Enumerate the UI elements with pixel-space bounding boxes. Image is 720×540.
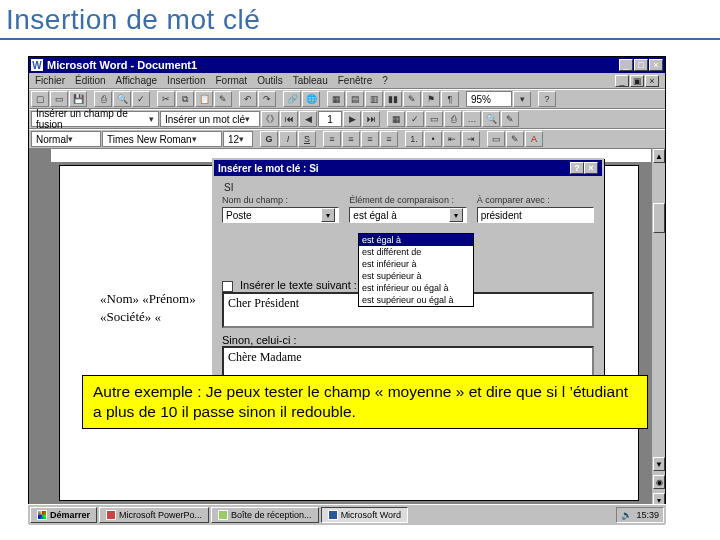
insert-table-icon[interactable]: ▤: [346, 91, 364, 107]
fontsize-combo[interactable]: 12▾: [223, 131, 253, 147]
menu-table[interactable]: Tableau: [293, 75, 328, 86]
insert-merge-field-button[interactable]: Insérer un champ de fusion▾: [31, 111, 159, 127]
find-record-icon[interactable]: 🔍: [482, 111, 500, 127]
record-number[interactable]: 1: [318, 111, 342, 127]
mailmerge-helper-icon[interactable]: ▦: [387, 111, 405, 127]
zoom-dropdown-icon[interactable]: ▾: [513, 91, 531, 107]
minimize-button[interactable]: _: [619, 59, 633, 71]
print-preview-icon[interactable]: 🔍: [113, 91, 131, 107]
cut-icon[interactable]: ✂: [157, 91, 175, 107]
highlight-icon[interactable]: ✎: [506, 131, 524, 147]
menu-file[interactable]: Fichier: [35, 75, 65, 86]
tables-icon[interactable]: ▦: [327, 91, 345, 107]
redo-icon[interactable]: ↷: [258, 91, 276, 107]
dropdown-option[interactable]: est inférieur ou égal à: [359, 282, 473, 294]
drawing-icon[interactable]: ✎: [403, 91, 421, 107]
borders-icon[interactable]: ▭: [487, 131, 505, 147]
task-powerpoint[interactable]: Microsoft PowerPo...: [99, 507, 209, 523]
merge-to-printer-icon[interactable]: ⎙: [444, 111, 462, 127]
menu-view[interactable]: Affichage: [116, 75, 158, 86]
columns-icon[interactable]: ▮▮: [384, 91, 402, 107]
next-record-icon[interactable]: ▶: [343, 111, 361, 127]
hyperlink-icon[interactable]: 🔗: [283, 91, 301, 107]
dropdown-option[interactable]: est supérieur ou égal à: [359, 294, 473, 306]
mailmerge-dialog-icon[interactable]: …: [463, 111, 481, 127]
undo-icon[interactable]: ↶: [239, 91, 257, 107]
paste-icon[interactable]: 📋: [195, 91, 213, 107]
last-record-icon[interactable]: ⏭: [362, 111, 380, 127]
format-painter-icon[interactable]: ✎: [214, 91, 232, 107]
web-toolbar-icon[interactable]: 🌐: [302, 91, 320, 107]
menu-tools[interactable]: Outils: [257, 75, 283, 86]
view-merged-icon[interactable]: 《》: [261, 111, 279, 127]
numbering-icon[interactable]: 1.: [405, 131, 423, 147]
doc-close-button[interactable]: ×: [645, 75, 659, 87]
doc-minimize-button[interactable]: _: [615, 75, 629, 87]
save-icon[interactable]: 💾: [69, 91, 87, 107]
check-errors-icon[interactable]: ✓: [406, 111, 424, 127]
copy-icon[interactable]: ⧉: [176, 91, 194, 107]
excel-icon[interactable]: ▥: [365, 91, 383, 107]
increase-indent-icon[interactable]: ⇥: [462, 131, 480, 147]
menu-format[interactable]: Format: [215, 75, 247, 86]
maximize-button[interactable]: □: [634, 59, 648, 71]
align-right-icon[interactable]: ≡: [361, 131, 379, 147]
scroll-up-icon[interactable]: ▲: [653, 149, 665, 163]
dialog-close-button[interactable]: ×: [584, 162, 598, 174]
chevron-down-icon[interactable]: ▾: [321, 208, 335, 222]
page-up-icon[interactable]: ◉: [653, 475, 665, 489]
font-color-icon[interactable]: A: [525, 131, 543, 147]
doc-restore-button[interactable]: ▣: [630, 75, 644, 87]
system-tray[interactable]: 🔊 15:39: [616, 507, 664, 523]
start-button[interactable]: Démarrer: [30, 507, 97, 523]
compare-to-input[interactable]: président: [477, 207, 594, 223]
open-icon[interactable]: ▭: [50, 91, 68, 107]
zoom-combo[interactable]: 95%: [466, 91, 512, 107]
task-word[interactable]: Microsoft Word: [321, 507, 408, 523]
dialog-help-button[interactable]: ?: [570, 162, 584, 174]
decrease-indent-icon[interactable]: ⇤: [443, 131, 461, 147]
comparison-combobox[interactable]: est égal à ▾: [349, 207, 466, 223]
menu-edit[interactable]: Édition: [75, 75, 106, 86]
then-checkbox[interactable]: [222, 281, 233, 292]
paragraph-marks-icon[interactable]: ¶: [441, 91, 459, 107]
spell-icon[interactable]: ✓: [132, 91, 150, 107]
dropdown-option[interactable]: est supérieur à: [359, 270, 473, 282]
scroll-down-icon[interactable]: ▼: [653, 457, 665, 471]
dropdown-option[interactable]: est égal à: [359, 234, 473, 246]
merge-codes-line: «Société» «: [100, 308, 196, 326]
align-center-icon[interactable]: ≡: [342, 131, 360, 147]
scroll-thumb[interactable]: [653, 203, 665, 233]
help-icon[interactable]: ?: [538, 91, 556, 107]
font-combo[interactable]: Times New Roman▾: [102, 131, 222, 147]
menu-window[interactable]: Fenêtre: [338, 75, 372, 86]
style-combo[interactable]: Normal▾: [31, 131, 101, 147]
align-justify-icon[interactable]: ≡: [380, 131, 398, 147]
task-inbox[interactable]: Boîte de réception...: [211, 507, 319, 523]
new-icon[interactable]: ▢: [31, 91, 49, 107]
field-combobox[interactable]: Poste ▾: [222, 207, 339, 223]
comparison-label: Élément de comparaison :: [349, 195, 466, 205]
dropdown-option[interactable]: est inférieur à: [359, 258, 473, 270]
map-icon[interactable]: ⚑: [422, 91, 440, 107]
chevron-down-icon[interactable]: ▾: [449, 208, 463, 222]
underline-icon[interactable]: S: [298, 131, 316, 147]
tray-icon[interactable]: 🔊: [621, 510, 632, 520]
vertical-scrollbar[interactable]: ▲ ▼ ◉ ▾: [651, 149, 665, 507]
edit-data-icon[interactable]: ✎: [501, 111, 519, 127]
print-icon[interactable]: ⎙: [94, 91, 112, 107]
merge-to-new-icon[interactable]: ▭: [425, 111, 443, 127]
comparison-dropdown-list[interactable]: est égal à est différent de est inférieu…: [358, 233, 474, 307]
comparison-value: est égal à: [353, 210, 396, 221]
italic-icon[interactable]: I: [279, 131, 297, 147]
bullets-icon[interactable]: •: [424, 131, 442, 147]
insert-keyword-button[interactable]: Insérer un mot clé▾: [160, 111, 260, 127]
first-record-icon[interactable]: ⏮: [280, 111, 298, 127]
bold-icon[interactable]: G: [260, 131, 278, 147]
dropdown-option[interactable]: est différent de: [359, 246, 473, 258]
menu-help[interactable]: ?: [382, 75, 388, 86]
menu-insert[interactable]: Insertion: [167, 75, 205, 86]
close-button[interactable]: ×: [649, 59, 663, 71]
prev-record-icon[interactable]: ◀: [299, 111, 317, 127]
align-left-icon[interactable]: ≡: [323, 131, 341, 147]
